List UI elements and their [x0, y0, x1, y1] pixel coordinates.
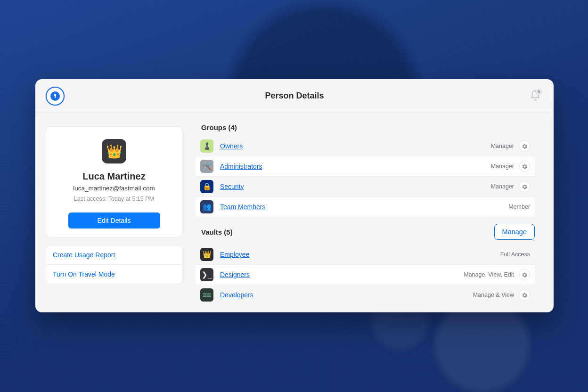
vault-row-employee: 👑 Employee Full Access	[196, 245, 535, 265]
vault-link-developers[interactable]: Developers	[220, 291, 253, 299]
vault-role: Full Access	[500, 251, 530, 258]
gear-icon[interactable]	[519, 181, 530, 192]
svg-rect-1	[55, 96, 56, 98]
group-role: Manager	[491, 183, 514, 190]
people-icon: 👥	[200, 200, 213, 213]
manage-vaults-button[interactable]: Manage	[494, 224, 535, 240]
notification-count: 0	[535, 89, 542, 95]
vault-row-developers: ≡≡ Developers Manage & View	[196, 285, 535, 305]
person-name: Luca Martinez	[53, 171, 175, 182]
vault-link-designers[interactable]: Designers	[220, 271, 250, 278]
groups-heading: Groups (4)	[201, 123, 237, 131]
create-usage-report-link[interactable]: Create Usage Report	[46, 245, 182, 264]
group-row-team-members: 👥 Team Members Member	[196, 197, 535, 217]
vault-row-designers: ❯_ Designers Manage, View, Edit	[196, 265, 535, 285]
group-role: Manager	[491, 163, 514, 170]
edit-details-button[interactable]: Edit Details	[68, 212, 160, 229]
group-row-administrators: 🛠️ Administrators Manager	[196, 156, 535, 177]
person-email: luca_martinez@fastmail.com	[53, 185, 175, 192]
groups-list: ♟️ Owners Manager 🛠️ Administrators Mana…	[196, 136, 535, 217]
vault-link-employee[interactable]: Employee	[220, 251, 249, 258]
page-title: Person Details	[265, 91, 324, 101]
vaults-list: 👑 Employee Full Access ❯_ Designers Mana…	[196, 245, 535, 305]
crown-icon: 👑	[200, 248, 213, 261]
code-icon: ≡≡	[200, 288, 213, 302]
gear-icon[interactable]	[519, 161, 530, 172]
group-link-security[interactable]: Security	[220, 183, 244, 190]
vaults-heading: Vaults (5)	[201, 228, 233, 236]
group-role: Member	[508, 204, 530, 210]
turn-on-travel-mode-link[interactable]: Turn On Travel Mode	[46, 264, 182, 284]
notification-bell[interactable]: 0	[529, 90, 541, 102]
person-last-access: Last access: Today at 5:15 PM	[53, 196, 175, 202]
terminal-icon: ❯_	[200, 268, 213, 281]
app-window: Person Details 0 👑 Luca Martinez luca_ma…	[35, 79, 554, 312]
gear-icon[interactable]	[519, 269, 530, 280]
person-card: 👑 Luca Martinez luca_martinez@fastmail.c…	[46, 126, 182, 237]
keyhole-icon	[50, 91, 60, 101]
gear-icon[interactable]	[519, 140, 530, 152]
crown-icon: 👑	[106, 144, 122, 159]
lock-icon: 🔒	[200, 180, 213, 193]
chess-icon: ♟️	[200, 139, 213, 153]
vault-role: Manage & View	[473, 292, 514, 298]
app-logo	[46, 87, 65, 106]
group-row-owners: ♟️ Owners Manager	[196, 136, 535, 156]
group-link-team-members[interactable]: Team Members	[220, 203, 265, 211]
gear-icon[interactable]	[519, 289, 530, 301]
group-row-security: 🔒 Security Manager	[196, 177, 535, 197]
group-link-administrators[interactable]: Administrators	[220, 163, 262, 170]
avatar: 👑	[102, 139, 126, 163]
group-link-owners[interactable]: Owners	[220, 142, 243, 150]
action-list: Create Usage Report Turn On Travel Mode	[46, 245, 182, 284]
vault-role: Manage, View, Edit	[464, 271, 514, 278]
group-role: Manager	[491, 143, 514, 149]
titlebar: Person Details 0	[35, 79, 554, 113]
tools-icon: 🛠️	[200, 160, 213, 173]
